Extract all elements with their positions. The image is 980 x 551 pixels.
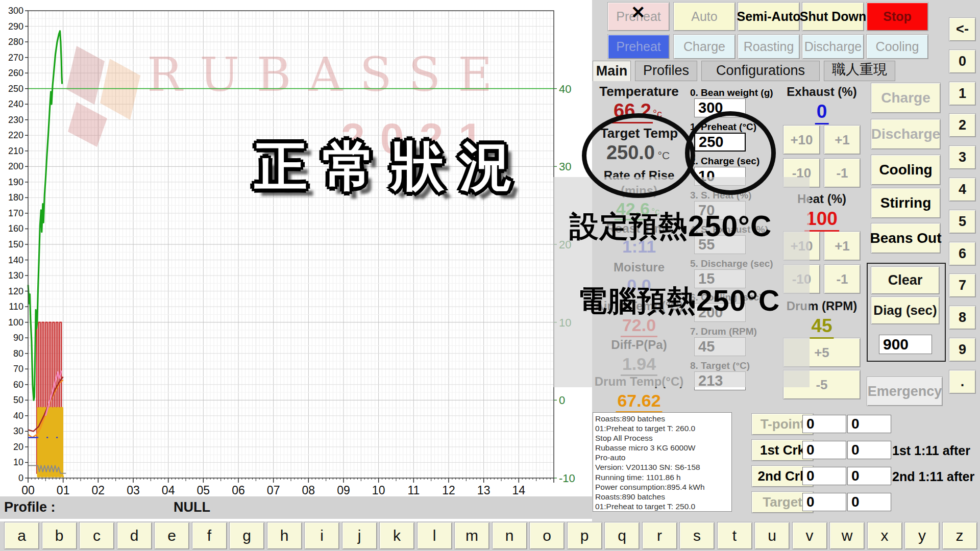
diag-value-input[interactable]: 900 — [879, 335, 932, 354]
tpoint-input-1-row3[interactable]: 0 — [802, 493, 846, 511]
svg-text:09: 09 — [337, 484, 350, 497]
action-button-cooling[interactable]: Cooling — [871, 155, 941, 185]
action-button-stirring[interactable]: Stirring — [871, 188, 941, 218]
letter-key-j[interactable]: j — [342, 522, 377, 549]
annotation-circle-target-temp — [582, 113, 695, 198]
letter-key-c[interactable]: c — [79, 522, 114, 549]
keypad-key-1[interactable]: 1 — [949, 82, 976, 106]
letter-key-m[interactable]: m — [454, 522, 489, 549]
heat-plus1-button[interactable]: +1 — [824, 231, 861, 261]
svg-text:05: 05 — [197, 484, 210, 497]
keypad-key-backspace[interactable]: <- — [949, 17, 976, 41]
profile-value: NULL — [174, 499, 210, 515]
keypad-key-4[interactable]: 4 — [949, 178, 976, 202]
keypad-key-7[interactable]: 7 — [949, 273, 976, 297]
mode-button-shut-down[interactable]: Shut Down — [802, 2, 864, 31]
log-line: 01:Preheat to target T: 260.0 — [595, 423, 729, 433]
keypad-key-3[interactable]: 3 — [949, 145, 976, 169]
tpoint-input-2-row1[interactable]: 0 — [847, 441, 891, 459]
letter-key-k[interactable]: k — [379, 522, 414, 549]
log-line: Running time: 1101.86 h — [595, 472, 729, 482]
tpoint-input-1-row2[interactable]: 0 — [802, 467, 846, 485]
svg-text:110: 110 — [9, 302, 23, 312]
letter-key-z[interactable]: z — [942, 522, 977, 549]
letter-key-v[interactable]: v — [792, 522, 827, 549]
svg-text:40: 40 — [559, 83, 571, 95]
letter-key-u[interactable]: u — [754, 522, 790, 549]
letter-key-r[interactable]: r — [642, 522, 677, 549]
clear-button[interactable]: Clear — [871, 266, 940, 294]
svg-text:07: 07 — [267, 484, 280, 497]
phase-button-preheat[interactable]: Preheat — [607, 34, 670, 59]
mode-button-semi-auto[interactable]: Semi-Auto — [738, 2, 800, 31]
emergency-button[interactable]: Emergency — [867, 377, 943, 406]
tpoint-input-2-row3[interactable]: 0 — [847, 493, 891, 511]
letter-key-x[interactable]: x — [867, 522, 902, 549]
mode-button-auto[interactable]: Auto — [673, 2, 736, 31]
svg-text:12: 12 — [442, 484, 455, 497]
tpoint-input-2-row2[interactable]: 0 — [847, 467, 891, 485]
letter-key-e[interactable]: e — [154, 522, 189, 549]
heat-minus1-button[interactable]: -1 — [824, 264, 861, 294]
tpoint-input-2-row0[interactable]: 0 — [847, 415, 891, 433]
action-button-discharge[interactable]: Discharge — [871, 119, 941, 149]
drum-rpm-value: 45 — [810, 315, 834, 339]
svg-text:220: 220 — [8, 130, 23, 140]
keypad-key-6[interactable]: 6 — [949, 242, 976, 266]
svg-text:50: 50 — [13, 395, 23, 405]
letter-key-i[interactable]: i — [304, 522, 339, 549]
mode-button-stop[interactable]: Stop — [866, 2, 928, 31]
keypad-key-2[interactable]: 2 — [949, 113, 976, 137]
diag-sec-button[interactable]: Diag (sec) — [871, 296, 940, 324]
letter-key-d[interactable]: d — [117, 522, 152, 549]
tab-profiles[interactable]: Profiles — [635, 61, 697, 81]
phase-button-discharge[interactable]: Discharge — [802, 34, 864, 59]
tpoint-input-1-row1[interactable]: 0 — [802, 441, 846, 459]
letter-key-t[interactable]: t — [717, 522, 752, 549]
profile-label: Profile : — [4, 499, 56, 515]
svg-text:160: 160 — [8, 223, 23, 234]
tpoint-input-1-row0[interactable]: 0 — [802, 415, 846, 433]
letter-key-q[interactable]: q — [604, 522, 640, 549]
keypad-key-9[interactable]: 9 — [949, 338, 976, 362]
letter-key-g[interactable]: g — [229, 522, 264, 549]
svg-text:60: 60 — [13, 380, 23, 390]
svg-text:190: 190 — [8, 177, 23, 187]
svg-text:14: 14 — [512, 484, 526, 497]
exhaust-plus1-button[interactable]: +1 — [824, 125, 861, 155]
drum-temp-value: 67.62 — [616, 391, 662, 413]
letter-key-f[interactable]: f — [192, 522, 227, 549]
letter-key-a[interactable]: a — [4, 522, 39, 549]
keypad-key-5[interactable]: 5 — [949, 210, 976, 234]
phase-button-charge[interactable]: Charge — [673, 34, 736, 59]
log-line: Stop All Process — [595, 433, 729, 443]
svg-text:300: 300 — [8, 6, 23, 16]
letter-key-h[interactable]: h — [267, 522, 302, 549]
letter-key-w[interactable]: w — [829, 522, 865, 549]
keypad-key-0[interactable]: 0 — [949, 49, 976, 73]
phase-button-roasting[interactable]: Roasting — [738, 34, 800, 59]
keypad-key-8[interactable]: 8 — [949, 306, 976, 330]
svg-text:100: 100 — [8, 317, 23, 328]
exhaust-minus1-button[interactable]: -1 — [824, 158, 861, 188]
close-icon[interactable]: ✕ — [631, 2, 646, 22]
action-button-charge[interactable]: Charge — [871, 83, 941, 113]
letter-key-y[interactable]: y — [904, 522, 940, 549]
action-button-beans-out[interactable]: Beans Out — [871, 223, 941, 254]
exhaust-plus10-button[interactable]: +10 — [783, 125, 820, 155]
tab-shokunin[interactable]: 職人重現 — [824, 61, 895, 81]
svg-text:210: 210 — [8, 146, 23, 156]
svg-text:0: 0 — [18, 473, 23, 483]
letter-key-l[interactable]: l — [417, 522, 452, 549]
heat-value: 100 — [804, 208, 839, 232]
tab-main[interactable]: Main — [593, 61, 631, 81]
letter-key-b[interactable]: b — [42, 522, 77, 549]
keypad-key-dot[interactable]: . — [949, 370, 976, 394]
phase-button-cooling[interactable]: Cooling — [866, 34, 928, 59]
log-line: Roasts:890 batches — [595, 414, 729, 423]
letter-key-s[interactable]: s — [679, 522, 715, 549]
letter-key-p[interactable]: p — [567, 522, 602, 549]
letter-key-o[interactable]: o — [529, 522, 565, 549]
tab-configurations[interactable]: Configurations — [701, 61, 820, 81]
letter-key-n[interactable]: n — [492, 522, 527, 549]
